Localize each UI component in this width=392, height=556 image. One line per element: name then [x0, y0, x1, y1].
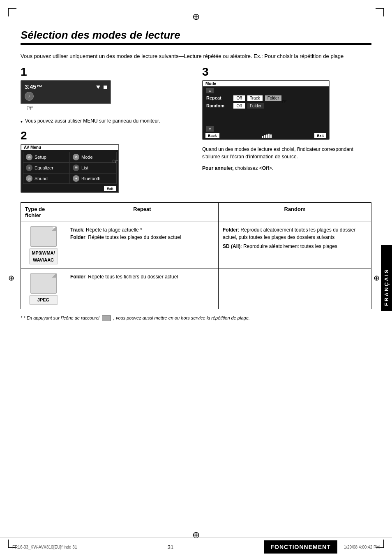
step-1-bullet: • Vous pouvez aussi utiliser MENU sur le… — [21, 118, 190, 126]
step-3-screen: Mode ▲ Repeat Off Track Folder ☞ — [202, 80, 330, 140]
sound-icon: ◎ — [26, 175, 32, 182]
play-icon — [96, 86, 100, 89]
screen1-icons: ♪ — [25, 92, 107, 101]
corner-mark-tr — [376, 8, 384, 16]
cell-mp3-repeat: Track: Répète la plage actuelle * Folder… — [66, 222, 219, 269]
screen1-controls — [96, 86, 107, 89]
page-number: 31 — [168, 544, 173, 550]
cell-jpeg-icon: JPEG — [21, 269, 66, 309]
step-3-number: 3 — [202, 66, 371, 78]
step-2-number: 2 — [21, 130, 190, 141]
setup-label: Setup — [35, 155, 46, 160]
cell-mp3-random: Folder: Reproduit aléatoirement toutes l… — [219, 222, 371, 269]
menu-item-sound[interactable]: ◎ Sound — [23, 173, 70, 184]
sound-label: Sound — [35, 176, 48, 181]
equalizer-label: Equalizer — [35, 165, 53, 170]
screen2-title: AV Menu — [21, 145, 118, 150]
exit-button-step3[interactable]: Exit — [314, 133, 326, 138]
back-button[interactable]: Back — [205, 133, 219, 138]
cancel-text: Pour annuler, choisissez <Off>. — [202, 164, 371, 172]
volume-bars — [262, 134, 272, 138]
shortcut-icon — [102, 315, 111, 321]
mode-label: Mode — [81, 155, 93, 160]
bottom-bar: FR16-33_KW-AVX810[EU]f.indd 31 31 FONCTI… — [0, 537, 392, 556]
table-row-jpeg: JPEG Folder: Répète tous les fichiers du… — [21, 269, 371, 309]
two-column-layout: 1 3:45 PM — [21, 66, 371, 195]
step-1-screen-container: 3:45 PM ♪ ☞ — [21, 80, 111, 108]
menu-item-equalizer[interactable]: ≡ Equalizer — [23, 162, 70, 173]
hand-cursor-step1: ☞ — [26, 103, 34, 113]
screen3-repeat-row: Repeat Off Track Folder ☞ — [203, 94, 329, 102]
screen1-time: 3:45 PM — [25, 83, 42, 90]
step-1-number: 1 — [21, 66, 190, 78]
file-type-table: Type de fichier Repeat Random MP3/WMA/WA… — [21, 202, 371, 309]
crosshair-right: ⊕ — [374, 273, 380, 283]
folder-random-desc: Reproduit aléatoirement toutes les plage… — [223, 227, 356, 240]
repeat-folder[interactable]: Folder ☞ — [265, 95, 281, 101]
corner-mark-tl — [8, 8, 16, 16]
jpeg-folder-desc: Répète tous les fichiers du dossier actu… — [88, 274, 178, 280]
screen3-footer: Back Exit — [203, 132, 329, 139]
mode-icon: ⚙ — [73, 154, 79, 160]
exit-button-step2[interactable]: Exit — [104, 186, 116, 191]
menu-item-bluetooth[interactable]: ✦ Bluetooth — [70, 173, 117, 184]
header-repeat: Repeat — [66, 203, 219, 222]
folder-term-repeat: Folder — [70, 234, 85, 240]
track-term: Track — [70, 227, 83, 233]
screen3-title: Mode — [203, 81, 329, 86]
fonctionnement-badge: FONCTIONNEMENT — [264, 540, 337, 554]
footnote-text-before: * En appuyant sur l'icône de raccourci — [23, 315, 99, 320]
menu-item-setup[interactable]: ⚙ Setup — [23, 152, 70, 162]
cell-jpeg-repeat: Folder: Répète tous les fichiers du doss… — [66, 269, 219, 309]
bullet-symbol: • — [21, 118, 23, 126]
bottom-left-info: FR16-33_KW-AVX810[EU]f.indd 31 — [12, 545, 77, 549]
sd-all-term: SD (All) — [223, 243, 240, 249]
crosshair-left: ⊕ — [8, 273, 14, 283]
left-column: 1 3:45 PM — [21, 66, 190, 195]
menu-item-mode[interactable]: ⚙ Mode ☞ — [70, 152, 117, 162]
repeat-label: Repeat — [206, 95, 231, 100]
cancel-label: Pour annuler, — [202, 165, 234, 171]
jpeg-label: JPEG — [29, 295, 58, 305]
step-1-bullet-text: Vous pouvez aussi utiliser MENU sur le p… — [25, 118, 160, 124]
screen2-footer: Exit — [21, 185, 118, 192]
random-off[interactable]: Off — [233, 103, 245, 109]
list-icon: ☰ — [73, 164, 79, 171]
sd-all-desc: Reproduire aléatoirement toutes les plag… — [243, 243, 337, 249]
jpeg-random-dash: — — [293, 274, 297, 280]
jpeg-folder-term: Folder — [70, 274, 85, 280]
cell-jpeg-random: — — [219, 269, 371, 309]
screen3-random-row: Random Off Folder — [203, 102, 329, 110]
title-section: Sélection des modes de lecture — [21, 29, 371, 45]
description-text: Quand un des modes de lecture est choisi… — [202, 146, 371, 160]
bluetooth-icon: ✦ — [73, 175, 79, 182]
stop-icon — [104, 86, 107, 89]
main-content: Sélection des modes de lecture Vous pouv… — [21, 29, 371, 321]
header-file-type: Type de fichier — [21, 203, 66, 222]
repeat-off[interactable]: Off — [233, 95, 245, 101]
cell-mp3-icon: MP3/WMA/WAV/AAC — [21, 222, 66, 269]
file-info: FR16-33_KW-AVX810[EU]f.indd 31 — [12, 545, 77, 549]
language-label: FRANÇAIS — [381, 245, 392, 311]
repeat-track[interactable]: Track — [247, 95, 263, 101]
header-random: Random — [219, 203, 371, 222]
random-folder[interactable]: Folder — [247, 103, 264, 109]
random-label: Random — [206, 103, 231, 108]
footnote: * * En appuyant sur l'icône de raccourci… — [21, 315, 371, 321]
hand-cursor-folder: ☞ — [282, 98, 287, 105]
mp3-file-icon — [30, 226, 57, 247]
cancel-action: choisissez <Off>. — [235, 165, 273, 171]
time-display: 3:45 — [25, 83, 36, 90]
jpeg-file-icon — [30, 273, 57, 294]
step-2-screen-container: AV Menu ⚙ Setup ⚙ Mode ☞ — [21, 144, 119, 193]
intro-text: Vous pouvez utiliser uniquement un des m… — [21, 52, 371, 60]
bottom-right-section: FONCTIONNEMENT 1/29/08 4:00:42 PM — [264, 540, 380, 554]
screen2-grid: ⚙ Setup ⚙ Mode ☞ ≡ Equalizer — [21, 150, 118, 185]
am-pm-display: PM — [37, 84, 42, 88]
track-desc: Répète la plage actuelle * — [86, 227, 142, 233]
step-1-screen: 3:45 PM ♪ — [21, 80, 111, 104]
menu-item-list[interactable]: ☰ List — [70, 162, 117, 173]
table-row-mp3: MP3/WMA/WAV/AAC Track: Répète la plage a… — [21, 222, 371, 269]
screen1-header: 3:45 PM — [25, 83, 107, 90]
list-label: List — [81, 165, 88, 170]
